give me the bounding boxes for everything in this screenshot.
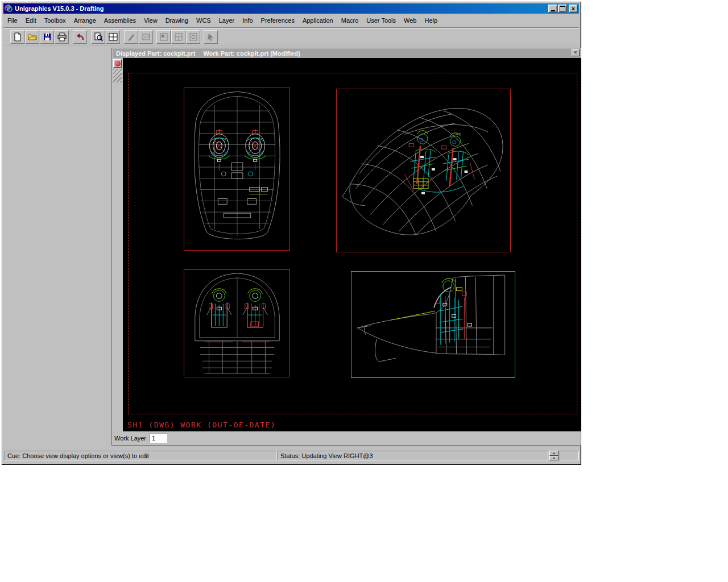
displayed-part-label: Displayed Part: cockpit.prt (116, 50, 195, 57)
close-icon: × (572, 6, 575, 11)
app-logo-icon (5, 5, 13, 13)
menu-item[interactable]: Application (299, 15, 337, 26)
window-title: Unigraphics V15.0.3 - Drafting (15, 5, 548, 12)
save-part-button[interactable] (40, 30, 54, 44)
viewport-isometric-view[interactable] (336, 89, 511, 252)
menu-item[interactable]: Assemblies (100, 15, 140, 26)
menu-item[interactable]: WCS (192, 15, 215, 26)
work-layer-label: Work Layer (114, 435, 146, 442)
menu-bar: FileEditToolboxArrangeAssembliesViewDraw… (3, 15, 579, 26)
viewport-top-view[interactable] (184, 88, 290, 251)
maximize-icon (560, 6, 565, 11)
window-controls: × (548, 5, 578, 13)
menu-item[interactable]: Preferences (257, 15, 299, 26)
graphics-window-close-button[interactable]: × (572, 49, 580, 56)
red-circle-icon (115, 61, 121, 66)
viewport-right-view[interactable] (351, 271, 515, 378)
status-text: Status: Updating View RIGHT@3 (280, 452, 373, 459)
toolbar (3, 27, 579, 46)
view-circle-button[interactable] (186, 30, 200, 44)
rail-red-button[interactable] (113, 59, 122, 68)
graphics-window-titlebar[interactable]: Displayed Part: cockpit.prt Work Part: c… (113, 49, 580, 58)
status-scroll-control[interactable]: ▲ ▼ (549, 451, 559, 460)
menu-item[interactable]: Arrange (70, 15, 100, 26)
app-window: Unigraphics V15.0.3 - Drafting × FileEdi… (1, 1, 581, 465)
print-button[interactable] (55, 30, 69, 44)
cue-text: Cue: Choose view display options or view… (7, 452, 149, 459)
view-shaded-button[interactable] (156, 30, 171, 44)
menu-item[interactable]: Toolbox (40, 15, 70, 26)
plot-button[interactable] (124, 30, 138, 44)
maximize-button[interactable] (558, 5, 567, 13)
cue-panel: Cue: Choose view display options or view… (5, 451, 276, 460)
new-part-button[interactable] (10, 30, 24, 44)
viewport-front-view[interactable] (184, 269, 290, 377)
sketch-button[interactable] (139, 30, 153, 44)
sheet-status-text: SH1 (DWG) WORK (OUT-OF-DATE) (127, 421, 276, 429)
desktop: Unigraphics V15.0.3 - Drafting × FileEdi… (0, 0, 728, 582)
title-bar[interactable]: Unigraphics V15.0.3 - Drafting × (3, 3, 579, 14)
menu-item[interactable]: View (140, 15, 162, 26)
menu-item[interactable]: Help (420, 15, 441, 26)
dialog-rail (113, 59, 122, 430)
menu-item[interactable]: Layer (215, 15, 239, 26)
menu-item[interactable]: Info (238, 15, 257, 26)
status-panel: Status: Updating View RIGHT@3 (278, 451, 548, 460)
scroll-up-icon[interactable]: ▲ (549, 451, 559, 456)
work-part-label: Work Part: cockpit.prt (Modified) (203, 50, 300, 57)
menu-item[interactable]: Edit (22, 15, 40, 26)
close-icon: × (574, 50, 577, 55)
view-split-button[interactable] (171, 30, 185, 44)
minimize-button[interactable] (548, 5, 557, 13)
work-layer-input[interactable] (150, 434, 167, 443)
select-button[interactable] (204, 30, 218, 44)
undo-button[interactable] (73, 30, 87, 44)
graphics-window: Displayed Part: cockpit.prt Work Part: c… (111, 48, 581, 446)
minimize-icon (551, 10, 555, 11)
zoom-view-button[interactable] (91, 30, 105, 44)
work-layer-bar: Work Layer (114, 433, 167, 443)
rail-grip[interactable] (113, 69, 122, 82)
status-bar: Cue: Choose view display options or view… (3, 449, 579, 463)
menu-item[interactable]: File (3, 15, 22, 26)
open-part-button[interactable] (25, 30, 39, 44)
menu-item[interactable]: User Tools (362, 15, 400, 26)
scroll-down-icon[interactable]: ▼ (549, 456, 559, 461)
menu-item[interactable]: Macro (337, 15, 363, 26)
menu-item[interactable]: Web (400, 15, 420, 26)
close-button[interactable]: × (569, 5, 578, 13)
drawing-canvas[interactable]: SH1 (DWG) WORK (OUT-OF-DATE) (123, 58, 581, 431)
status-extra-panel (560, 451, 579, 460)
menu-item[interactable]: Drawing (162, 15, 192, 26)
layout-views-button[interactable] (106, 30, 120, 44)
